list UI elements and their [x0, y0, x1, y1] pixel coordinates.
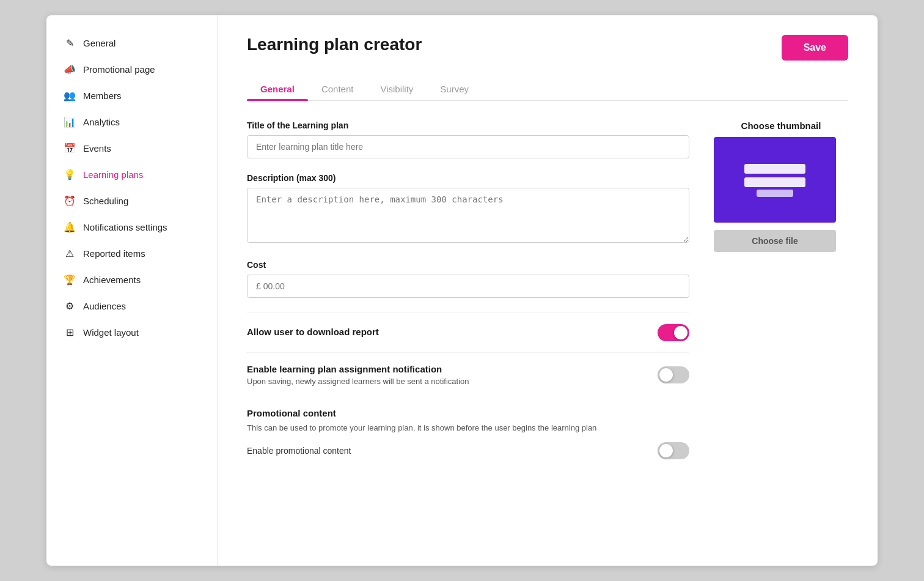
page-title: Learning plan creator — [247, 35, 422, 54]
achievements-icon: 🏆 — [64, 274, 76, 286]
toggle-thumb-promo — [659, 444, 673, 457]
sidebar-label-events: Events — [83, 143, 111, 154]
thumbnail-section: Choose thumbnail Choose file — [714, 120, 848, 459]
events-icon: 📅 — [64, 142, 76, 154]
thumbnail-label: Choose thumbnail — [714, 120, 848, 131]
svg-rect-2 — [757, 190, 793, 197]
thumbnail-icon — [738, 155, 812, 204]
sidebar-item-promotional-page[interactable]: 📣 Promotional page — [46, 56, 217, 83]
assignment-notification-sub: Upon saving, newly assigned learners wil… — [247, 377, 469, 386]
enable-promo-toggle[interactable] — [658, 442, 689, 459]
title-field-group: Title of the Learning plan — [247, 120, 689, 158]
sidebar-label-reported-items: Reported items — [83, 248, 145, 259]
allow-download-toggle[interactable] — [658, 324, 689, 341]
sidebar-label-members: Members — [83, 91, 122, 101]
tab-general[interactable]: General — [247, 78, 308, 100]
sidebar-item-events[interactable]: 📅 Events — [46, 135, 217, 161]
widget-layout-icon: ⊞ — [64, 327, 76, 338]
sidebar-item-notifications-settings[interactable]: 🔔 Notifications settings — [46, 214, 217, 240]
assignment-notification-label: Enable learning plan assignment notifica… — [247, 364, 469, 374]
sidebar-label-promotional-page: Promotional page — [83, 64, 155, 75]
thumbnail-preview — [714, 137, 836, 223]
tabs-bar: GeneralContentVisibilitySurvey — [247, 78, 848, 101]
form-body: Title of the Learning plan Description (… — [247, 120, 848, 459]
cost-field-group: Cost — [247, 260, 689, 298]
sidebar-label-general: General — [83, 38, 116, 48]
general-icon: ✎ — [64, 37, 76, 49]
allow-download-label-wrap: Allow user to download report — [247, 327, 379, 339]
description-input[interactable] — [247, 188, 689, 243]
toggle-track-notification — [658, 366, 689, 383]
learning-plans-icon: 💡 — [64, 169, 76, 180]
sidebar-label-scheduling: Scheduling — [83, 196, 128, 206]
reported-items-icon: ⚠ — [64, 248, 76, 259]
sidebar-item-widget-layout[interactable]: ⊞ Widget layout — [46, 319, 217, 346]
svg-rect-1 — [744, 177, 805, 187]
main-content: Learning plan creator Save GeneralConten… — [218, 15, 878, 566]
title-input[interactable] — [247, 135, 689, 158]
sidebar-item-members[interactable]: 👥 Members — [46, 83, 217, 109]
sidebar: ✎ General 📣 Promotional page 👥 Members 📊… — [46, 15, 218, 566]
tab-content[interactable]: Content — [308, 78, 367, 100]
assignment-notification-toggle[interactable] — [658, 366, 689, 383]
assignment-notification-label-wrap: Enable learning plan assignment notifica… — [247, 364, 469, 386]
sidebar-label-analytics: Analytics — [83, 117, 120, 127]
tab-survey[interactable]: Survey — [427, 78, 482, 100]
promotional-section: Promotional content This can be used to … — [247, 397, 689, 459]
svg-rect-0 — [744, 164, 805, 174]
sidebar-item-learning-plans[interactable]: 💡 Learning plans — [46, 161, 217, 188]
description-field-group: Description (max 300) — [247, 173, 689, 245]
notifications-settings-icon: 🔔 — [64, 221, 76, 233]
sidebar-item-scheduling[interactable]: ⏰ Scheduling — [46, 188, 217, 214]
form-left: Title of the Learning plan Description (… — [247, 120, 689, 459]
sidebar-item-analytics[interactable]: 📊 Analytics — [46, 109, 217, 135]
description-label: Description (max 300) — [247, 173, 689, 183]
allow-download-row: Allow user to download report — [247, 313, 689, 352]
audiences-icon: ⚙ — [64, 300, 76, 312]
cost-input[interactable] — [247, 275, 689, 298]
allow-download-label: Allow user to download report — [247, 327, 379, 337]
promo-description: This can be used to promote your learnin… — [247, 423, 689, 432]
toggle-track-promo — [658, 442, 689, 459]
analytics-icon: 📊 — [64, 116, 76, 128]
sidebar-label-notifications-settings: Notifications settings — [83, 222, 167, 232]
sidebar-label-audiences: Audiences — [83, 301, 126, 311]
app-container: ✎ General 📣 Promotional page 👥 Members 📊… — [46, 15, 878, 566]
sidebar-item-achievements[interactable]: 🏆 Achievements — [46, 267, 217, 293]
header-row: Learning plan creator Save — [247, 35, 848, 61]
cost-label: Cost — [247, 260, 689, 270]
sidebar-item-general[interactable]: ✎ General — [46, 30, 217, 56]
sidebar-label-achievements: Achievements — [83, 275, 141, 285]
enable-promo-row: Enable promotional content — [247, 442, 689, 459]
choose-file-button[interactable]: Choose file — [714, 230, 836, 252]
enable-promo-label: Enable promotional content — [247, 446, 351, 456]
sidebar-label-learning-plans: Learning plans — [83, 169, 143, 180]
members-icon: 👥 — [64, 90, 76, 102]
toggle-thumb-download — [674, 326, 688, 339]
tab-visibility[interactable]: Visibility — [367, 78, 427, 100]
toggle-thumb-notification — [659, 368, 673, 382]
assignment-notification-row: Enable learning plan assignment notifica… — [247, 352, 689, 397]
scheduling-icon: ⏰ — [64, 195, 76, 207]
toggle-track-download — [658, 324, 689, 341]
save-button[interactable]: Save — [782, 35, 848, 61]
sidebar-item-audiences[interactable]: ⚙ Audiences — [46, 293, 217, 319]
title-label: Title of the Learning plan — [247, 120, 689, 130]
sidebar-label-widget-layout: Widget layout — [83, 327, 139, 338]
promo-title: Promotional content — [247, 408, 689, 418]
sidebar-item-reported-items[interactable]: ⚠ Reported items — [46, 240, 217, 267]
promotional-page-icon: 📣 — [64, 64, 76, 75]
